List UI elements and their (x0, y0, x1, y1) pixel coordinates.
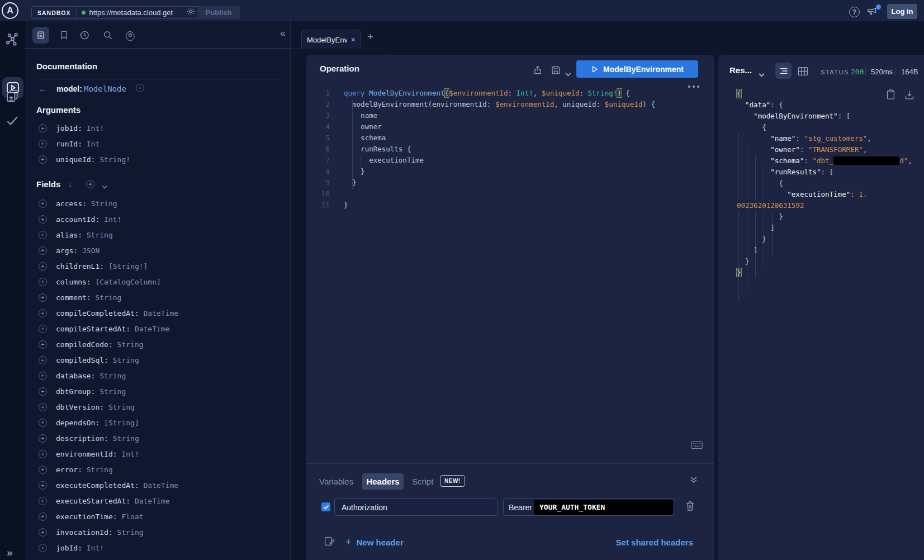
field-signature[interactable]: database: String (56, 372, 126, 380)
docs-field-row[interactable]: +dbtVersion: String (25, 400, 290, 415)
set-shared-headers-link[interactable]: Set shared headers (616, 538, 693, 547)
login-button[interactable]: Log in (887, 4, 917, 19)
search-icon[interactable] (102, 30, 113, 43)
docs-field-row[interactable]: +error: String (25, 462, 290, 478)
endpoint-url-field[interactable]: https://metadata.cloud.get (77, 7, 200, 18)
field-signature[interactable]: runId: Int (56, 140, 99, 148)
schema-graph-icon[interactable] (5, 32, 20, 49)
docs-field-row[interactable]: +accountId: Int! (25, 212, 290, 227)
collapse-request-panel-icon[interactable] (689, 475, 698, 486)
environment-variables-icon[interactable] (324, 535, 335, 549)
docs-field-row[interactable]: +args: JSON (25, 243, 290, 259)
share-icon[interactable] (533, 65, 543, 78)
add-field-icon[interactable]: + (39, 372, 47, 380)
response-view-table-icon[interactable] (798, 67, 808, 78)
add-all-fields-icon[interactable]: + (86, 180, 94, 188)
operation-tab[interactable]: ModelByEnvi... × (301, 30, 361, 49)
tab-script[interactable]: Script (412, 477, 433, 486)
add-field-icon[interactable]: + (39, 481, 47, 490)
add-field-icon[interactable]: + (39, 544, 47, 552)
fields-chevron-icon[interactable] (102, 181, 107, 191)
add-field-icon[interactable]: + (39, 450, 47, 458)
add-field-icon[interactable]: + (39, 434, 47, 443)
checks-icon[interactable] (5, 113, 20, 130)
docs-field-row[interactable]: +invocationId: String (25, 525, 290, 540)
field-signature[interactable]: executeStartedAt: DateTime (56, 497, 170, 505)
field-signature[interactable]: compiledSql: String (56, 356, 139, 364)
docs-field-row[interactable]: +uniqueId: String! (25, 152, 290, 168)
add-field-icon[interactable]: + (39, 155, 47, 164)
field-signature[interactable]: description: String (56, 434, 139, 443)
response-json[interactable]: { "data": { "modelByEnvironment": [ { "n… (718, 88, 924, 278)
breadcrumb-type-link[interactable]: ModelNode (84, 84, 126, 93)
publish-button[interactable]: Publish (197, 6, 240, 19)
add-field-icon[interactable]: + (39, 340, 47, 349)
docs-field-row[interactable]: +comment: String (25, 290, 290, 306)
response-title[interactable]: Res... (729, 65, 752, 75)
docs-field-row[interactable]: +columns: [CatalogColumn] (25, 274, 290, 290)
add-field-icon[interactable]: + (136, 84, 144, 92)
docs-field-row[interactable]: +description: String (25, 431, 290, 447)
field-signature[interactable]: executionTime: Float (56, 512, 144, 521)
field-signature[interactable]: compiledCode: String (56, 340, 144, 349)
add-field-icon[interactable]: + (39, 325, 47, 333)
docs-field-row[interactable]: +childrenL1: [String!] (25, 259, 290, 274)
save-menu-chevron-icon[interactable] (565, 69, 571, 79)
docs-tab-active[interactable] (32, 27, 49, 44)
add-field-icon[interactable]: + (39, 231, 47, 239)
run-operation-button[interactable]: ModelByEnvironment (576, 60, 698, 78)
endpoint-url[interactable]: https://metadata.cloud.get (89, 8, 182, 17)
field-signature[interactable]: dbtGroup: String (56, 387, 126, 396)
auth-token-value[interactable]: YOUR_AUTH_TOKEN (534, 500, 673, 515)
collections-icon[interactable] (5, 88, 20, 105)
field-signature[interactable]: alias: String (56, 231, 113, 239)
delete-header-icon[interactable] (685, 500, 695, 514)
field-signature[interactable]: accountId: Int! (56, 215, 121, 224)
field-signature[interactable]: childrenL1: [String!] (56, 262, 148, 270)
history-icon[interactable] (79, 30, 90, 43)
add-field-icon[interactable]: + (39, 497, 47, 505)
field-signature[interactable]: compileCompletedAt: DateTime (56, 309, 178, 317)
new-header-button[interactable]: +New header (345, 537, 404, 548)
add-field-icon[interactable]: + (39, 309, 47, 317)
field-signature[interactable]: error: String (56, 466, 113, 474)
response-view-list-active[interactable] (775, 63, 792, 79)
bookmark-icon[interactable] (59, 30, 69, 43)
endpoint-settings-gear-icon[interactable] (186, 7, 196, 18)
sandbox-badge[interactable]: SANDBOX (32, 7, 77, 18)
tab-variables[interactable]: Variables (319, 477, 353, 486)
header-enabled-checkbox[interactable] (321, 502, 330, 511)
download-response-icon[interactable] (904, 89, 914, 102)
field-signature[interactable]: invocationId: String (56, 528, 144, 537)
help-icon[interactable]: ? (849, 7, 860, 17)
close-tab-icon[interactable]: × (351, 35, 356, 44)
response-title-chevron-icon[interactable] (759, 69, 765, 79)
header-value-input[interactable]: Bearer YOUR_AUTH_TOKEN (503, 499, 675, 516)
add-field-icon[interactable]: + (39, 419, 47, 427)
docs-field-row[interactable]: +executeCompletedAt: DateTime (25, 478, 290, 493)
field-signature[interactable]: dependsOn: [String] (56, 419, 139, 427)
add-field-icon[interactable]: + (39, 403, 47, 411)
add-field-icon[interactable]: + (39, 246, 47, 255)
add-field-icon[interactable]: + (39, 387, 47, 396)
header-key-input[interactable]: Authorization (334, 499, 497, 516)
new-tab-icon[interactable]: + (367, 31, 373, 43)
add-field-icon[interactable]: + (39, 356, 47, 364)
apollo-logo-icon[interactable]: A (2, 2, 18, 19)
field-signature[interactable]: columns: [CatalogColumn] (56, 278, 161, 286)
copy-response-icon[interactable] (886, 89, 895, 102)
docs-field-row[interactable]: +environmentId: Int! (25, 447, 290, 462)
docs-field-row[interactable]: +jobId: Int! (25, 121, 290, 136)
docs-field-row[interactable]: +compileCompletedAt: DateTime (25, 306, 290, 321)
add-field-icon[interactable]: + (39, 140, 47, 148)
docs-field-row[interactable]: +access: String (25, 196, 290, 212)
field-signature[interactable]: dbtVersion: String (56, 403, 135, 411)
field-signature[interactable]: uniqueId: String! (56, 155, 130, 164)
docs-field-row[interactable]: +compiledSql: String (25, 353, 290, 368)
save-icon[interactable] (551, 65, 561, 78)
back-arrow-icon[interactable]: ← (39, 84, 47, 93)
operation-editor[interactable]: 1query ModelByEnvironment($environmentId… (306, 88, 714, 211)
field-signature[interactable]: jobId: Int! (56, 544, 104, 552)
keyboard-shortcuts-icon[interactable] (691, 441, 703, 452)
add-field-icon[interactable]: + (39, 215, 47, 224)
